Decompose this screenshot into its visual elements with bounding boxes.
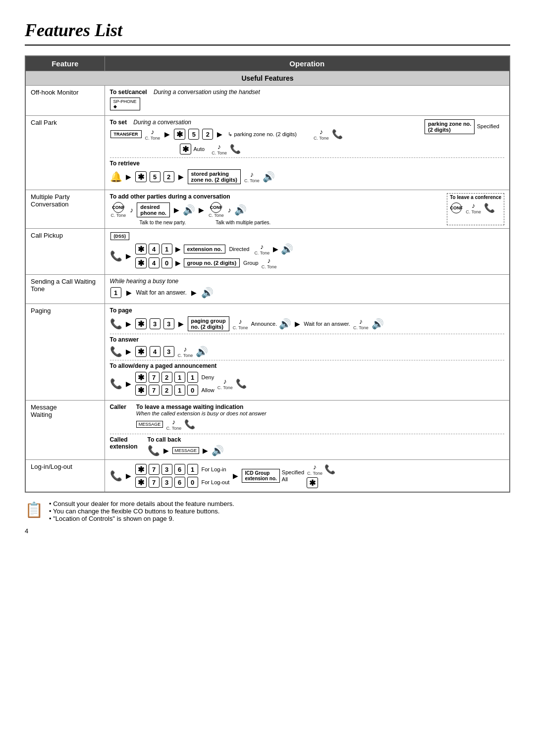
op-paging: To page 📞 ▶ ✱ 3 3 ▶ paging groupno. (2 d… xyxy=(105,304,510,401)
table-row: Sending a Call Waiting Tone While hearin… xyxy=(25,275,510,304)
notes-section: 📋 Consult your dealer for more details a… xyxy=(25,500,510,522)
feature-callwaiting: Sending a Call Waiting Tone xyxy=(25,275,105,304)
table-row: Call Pickup (DSS) 📞 ▶ ✱ 4 1 ▶ xyxy=(25,229,510,275)
feature-paging: Paging xyxy=(25,304,105,401)
feature-callpickup: Call Pickup xyxy=(25,229,105,275)
features-table: Feature Operation Useful Features Off-ho… xyxy=(25,55,510,493)
feature-header: Feature xyxy=(25,56,105,71)
operation-header: Operation xyxy=(105,56,510,71)
title-divider xyxy=(25,45,510,46)
table-row: Call Park To set During a conversation p… xyxy=(25,116,510,190)
op-loginlogout: 📞 ▶ ✱ 7 3 6 1 For Log-in ✱ xyxy=(105,460,510,493)
useful-features-header: Useful Features xyxy=(25,71,510,86)
table-row: Log-in/Log-out 📞 ▶ ✱ 7 3 6 1 For Log-in xyxy=(25,460,510,493)
op-msgwaiting: Caller To leave a message waiting indica… xyxy=(105,401,510,460)
feature-callpark: Call Park xyxy=(25,116,105,190)
note-text: Consult your dealer for more details abo… xyxy=(49,500,234,522)
op-multiparty: To add other parties during a conversati… xyxy=(105,190,510,229)
op-offhook: To set/cancel During a conversation usin… xyxy=(105,86,510,116)
note-item-3: "Location of Controls" is shown on page … xyxy=(49,515,234,522)
table-row: Off-hook Monitor To set/cancel During a … xyxy=(25,86,510,116)
sp-phone-button: SP-PHONE◆ xyxy=(110,98,140,110)
feature-loginlogout: Log-in/Log-out xyxy=(25,460,105,493)
table-header-row: Feature Operation xyxy=(25,56,510,71)
note-icon: 📋 xyxy=(25,501,43,518)
op-callpark: To set During a conversation parking zon… xyxy=(105,116,510,190)
table-row: MessageWaiting Caller To leave a message… xyxy=(25,401,510,460)
op-callpickup: (DSS) 📞 ▶ ✱ 4 1 ▶ extension no. Directed xyxy=(105,229,510,275)
feature-offhook: Off-hook Monitor xyxy=(25,86,105,116)
page-title: Features List xyxy=(25,20,510,41)
op-callwaiting: While hearing a busy tone 1 ▶ Wait for a… xyxy=(105,275,510,304)
note-item-2: You can change the flexible CO buttons t… xyxy=(49,507,234,515)
page-number: 4 xyxy=(25,527,510,535)
table-row: Multiple Party Conversation To add other… xyxy=(25,190,510,229)
feature-multiparty: Multiple Party Conversation xyxy=(25,190,105,229)
feature-msgwaiting: MessageWaiting xyxy=(25,401,105,460)
note-item-1: Consult your dealer for more details abo… xyxy=(49,500,234,507)
table-row: Paging To page 📞 ▶ ✱ 3 3 ▶ paging groupn… xyxy=(25,304,510,401)
